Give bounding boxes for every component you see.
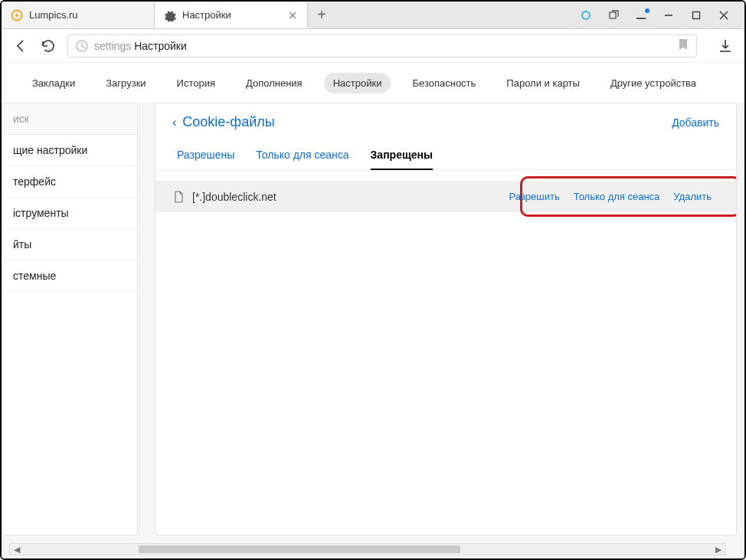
- cookie-subtabs: Разрешены Только для сеанса Запрещены: [155, 138, 736, 170]
- new-tab-button[interactable]: +: [308, 2, 335, 28]
- tab-title: Lumpics.ru: [29, 9, 145, 21]
- window-controls: [565, 2, 744, 28]
- scroll-thumb[interactable]: [139, 545, 460, 553]
- close-window-icon[interactable]: [718, 10, 729, 21]
- back-button[interactable]: [12, 38, 29, 54]
- sidebar-item-tools[interactable]: іструменты: [2, 198, 137, 229]
- cookie-site-name: [*.]doubleclick.net: [192, 191, 276, 203]
- scroll-left-icon[interactable]: ◀: [10, 545, 24, 555]
- browser-tabstrip: Lumpics.ru Настройки +: [2, 2, 744, 29]
- collections-icon[interactable]: [608, 10, 619, 21]
- omnibox[interactable]: settings Настройки: [67, 34, 697, 57]
- sidebar-item-general[interactable]: щие настройки: [2, 135, 137, 166]
- address-bar: settings Настройки: [2, 29, 744, 63]
- settings-content: Закладки Загрузки История Дополнения Нас…: [2, 63, 744, 558]
- action-allow[interactable]: Разрешить: [509, 191, 560, 202]
- chevron-left-icon: ‹: [172, 116, 176, 129]
- svg-point-1: [15, 14, 18, 17]
- svg-rect-6: [636, 18, 646, 19]
- nav-downloads[interactable]: Загрузки: [97, 73, 155, 93]
- svg-point-4: [582, 11, 590, 19]
- settings-top-nav: Закладки Загрузки История Дополнения Нас…: [2, 63, 744, 103]
- maximize-icon[interactable]: [691, 10, 702, 21]
- browser-tab-active[interactable]: Настройки: [155, 2, 308, 28]
- cookie-site: [*.]doubleclick.net: [172, 191, 494, 203]
- file-icon: [172, 191, 185, 203]
- subtab-blocked[interactable]: Запрещены: [371, 142, 433, 170]
- settings-main-panel: ‹ Cookie-файлы Добавить Разрешены Только…: [155, 103, 737, 535]
- sidebar-item-system[interactable]: стемные: [2, 260, 137, 292]
- assistant-icon[interactable]: [581, 10, 591, 21]
- omnibox-text: settings Настройки: [94, 40, 187, 52]
- nav-passwords[interactable]: Пароли и карты: [497, 73, 589, 93]
- yandex-logo-icon: [76, 40, 88, 52]
- horizontal-scrollbar[interactable]: ◀ ▶: [9, 543, 726, 555]
- settings-body: иск щие настройки терфейс іструменты йты…: [2, 103, 744, 558]
- cookie-row[interactable]: [*.]doubleclick.net Разрешить Только для…: [155, 181, 736, 212]
- sidebar-search[interactable]: иск: [2, 103, 137, 135]
- scroll-track[interactable]: [24, 544, 712, 555]
- close-icon[interactable]: [287, 10, 298, 21]
- action-delete[interactable]: Удалить: [673, 191, 712, 202]
- add-button[interactable]: Добавить: [672, 116, 719, 129]
- minimize-icon[interactable]: [663, 10, 674, 21]
- downloads-icon[interactable]: [717, 38, 734, 54]
- nav-history[interactable]: История: [168, 73, 224, 93]
- nav-bookmarks[interactable]: Закладки: [23, 73, 84, 93]
- favicon-icon: [11, 9, 23, 21]
- reload-button[interactable]: [40, 38, 57, 54]
- subtab-session[interactable]: Только для сеанса: [256, 142, 348, 169]
- tab-title: Настройки: [182, 9, 281, 21]
- subtab-allowed[interactable]: Разрешены: [177, 142, 234, 169]
- panel-title: Cookie-файлы: [182, 114, 274, 130]
- gear-icon: [164, 9, 176, 21]
- sidebar-item-sites[interactable]: йты: [2, 229, 137, 260]
- sidebar-item-interface[interactable]: терфейс: [2, 166, 137, 198]
- svg-rect-5: [610, 12, 616, 18]
- browser-tab[interactable]: Lumpics.ru: [2, 2, 155, 28]
- cookie-row-actions: Разрешить Только для сеанса Удалить: [502, 188, 719, 205]
- cookie-files-back-link[interactable]: ‹ Cookie-файлы: [172, 114, 275, 130]
- nav-settings[interactable]: Настройки: [324, 73, 391, 93]
- extensions-icon[interactable]: [636, 10, 646, 21]
- svg-rect-8: [693, 11, 700, 18]
- action-session[interactable]: Только для сеанса: [574, 191, 660, 202]
- bookmark-icon[interactable]: [678, 38, 689, 53]
- nav-security[interactable]: Безопасность: [403, 73, 485, 93]
- nav-addons[interactable]: Дополнения: [237, 73, 312, 93]
- nav-devices[interactable]: Другие устройства: [601, 73, 705, 93]
- scroll-right-icon[interactable]: ▶: [712, 545, 725, 555]
- settings-sidebar: иск щие настройки терфейс іструменты йты…: [2, 103, 138, 535]
